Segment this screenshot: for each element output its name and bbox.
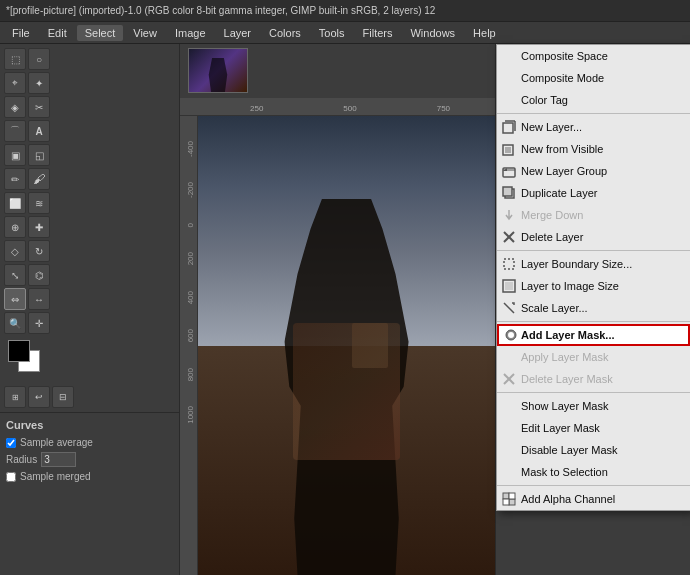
scale-layer-icon xyxy=(501,300,517,316)
curves-title: Curves xyxy=(6,419,173,431)
ctx-new-layer-group-label: New Layer Group xyxy=(521,165,607,177)
ctx-disable-layer-mask-label: Disable Layer Mask xyxy=(521,444,618,456)
ctx-composite-space[interactable]: Composite Space xyxy=(497,45,690,67)
duplicate-layer-icon xyxy=(501,185,517,201)
svg-rect-0 xyxy=(503,123,513,133)
foreground-color-swatch[interactable] xyxy=(8,340,30,362)
ctx-add-layer-mask-label: Add Layer Mask... xyxy=(521,329,615,341)
tool-free-select[interactable]: ⌖ xyxy=(4,72,26,94)
ctx-duplicate-layer-label: Duplicate Layer xyxy=(521,187,597,199)
menu-view[interactable]: View xyxy=(125,25,165,41)
ctx-delete-layer-mask[interactable]: Delete Layer Mask xyxy=(497,368,690,390)
radius-row: Radius xyxy=(6,452,173,467)
tool-flip[interactable]: ⇔ xyxy=(4,288,26,310)
svg-rect-5 xyxy=(503,168,515,177)
ctx-disable-layer-mask[interactable]: Disable Layer Mask xyxy=(497,439,690,461)
tool-navigate[interactable]: ⊞ xyxy=(4,386,26,408)
menu-filters[interactable]: Filters xyxy=(355,25,401,41)
tool-airbrush[interactable]: ≋ xyxy=(28,192,50,214)
ctx-apply-layer-mask-label: Apply Layer Mask xyxy=(521,351,608,363)
tool-eraser[interactable]: ⬜ xyxy=(4,192,26,214)
sample-merged-row: Sample merged xyxy=(6,471,173,482)
svg-rect-10 xyxy=(504,259,514,269)
tool-ellipse-select[interactable]: ○ xyxy=(28,48,50,70)
title-text: *[profile-picture] (imported)-1.0 (RGB c… xyxy=(6,5,435,16)
sample-merged-checkbox[interactable] xyxy=(6,472,16,482)
ctx-scale-layer[interactable]: Scale Layer... xyxy=(497,297,690,319)
tool-rotate[interactable]: ↻ xyxy=(28,240,50,262)
tool-pencil[interactable]: ✏ xyxy=(4,168,26,190)
ctx-composite-mode-label: Composite Mode xyxy=(521,72,604,84)
ctx-merge-down[interactable]: Merge Down xyxy=(497,204,690,226)
merge-down-icon xyxy=(501,207,517,223)
tool-paintbrush[interactable]: 🖌 xyxy=(28,168,50,190)
tool-undo[interactable]: ↩ xyxy=(28,386,50,408)
delete-layer-icon xyxy=(501,229,517,245)
radius-input[interactable] xyxy=(41,452,76,467)
menu-image[interactable]: Image xyxy=(167,25,214,41)
canvas-thumbnail xyxy=(188,48,248,93)
new-layer-group-icon xyxy=(501,163,517,179)
ctx-new-from-visible-label: New from Visible xyxy=(521,143,603,155)
tool-scissors[interactable]: ✂ xyxy=(28,96,50,118)
tool-bucket-fill[interactable]: ▣ xyxy=(4,144,26,166)
curves-panel: Curves Sample average Radius Sample merg… xyxy=(0,412,179,575)
ctx-new-layer-group[interactable]: New Layer Group xyxy=(497,160,690,182)
svg-rect-7 xyxy=(503,187,512,196)
menu-tools[interactable]: Tools xyxy=(311,25,353,41)
tool-blend[interactable]: ◱ xyxy=(28,144,50,166)
sample-average-label: Sample average xyxy=(20,437,93,448)
title-bar: *[profile-picture] (imported)-1.0 (RGB c… xyxy=(0,0,690,22)
ctx-mask-to-selection[interactable]: Mask to Selection xyxy=(497,461,690,483)
ctx-delete-layer[interactable]: Delete Layer xyxy=(497,226,690,248)
svg-rect-17 xyxy=(503,493,509,499)
tool-shear[interactable]: ⌬ xyxy=(28,264,50,286)
ctx-add-layer-mask[interactable]: Add Layer Mask... xyxy=(497,324,690,346)
layer-boundary-icon xyxy=(501,256,517,272)
tool-move[interactable]: ✛ xyxy=(28,312,50,334)
tool-color-select[interactable]: ◈ xyxy=(4,96,26,118)
ctx-scale-layer-label: Scale Layer... xyxy=(521,302,588,314)
menu-colors[interactable]: Colors xyxy=(261,25,309,41)
ctx-apply-layer-mask[interactable]: Apply Layer Mask xyxy=(497,346,690,368)
tool-scale[interactable]: ⤡ xyxy=(4,264,26,286)
tool-clone[interactable]: ⊕ xyxy=(4,216,26,238)
radius-label: Radius xyxy=(6,454,37,465)
menu-file[interactable]: File xyxy=(4,25,38,41)
sample-average-checkbox[interactable] xyxy=(6,438,16,448)
ruler-horizontal: 250 500 750 xyxy=(180,98,495,116)
sample-merged-label: Sample merged xyxy=(20,471,91,482)
tool-paths[interactable]: ⌒ xyxy=(4,120,26,142)
ctx-composite-space-label: Composite Space xyxy=(521,50,608,62)
ctx-color-tag[interactable]: Color Tag xyxy=(497,89,690,111)
tool-fuzzy-select[interactable]: ✦ xyxy=(28,72,50,94)
ctx-delete-layer-label: Delete Layer xyxy=(521,231,583,243)
ctx-new-layer[interactable]: New Layer... xyxy=(497,116,690,138)
ctx-composite-mode[interactable]: Composite Mode xyxy=(497,67,690,89)
canvas-image xyxy=(198,116,495,575)
menu-edit[interactable]: Edit xyxy=(40,25,75,41)
menu-windows[interactable]: Windows xyxy=(402,25,463,41)
menu-select[interactable]: Select xyxy=(77,25,124,41)
tool-heal[interactable]: ✚ xyxy=(28,216,50,238)
ctx-show-layer-mask[interactable]: Show Layer Mask xyxy=(497,395,690,417)
tool-perspective[interactable]: ◇ xyxy=(4,240,26,262)
ctx-duplicate-layer[interactable]: Duplicate Layer xyxy=(497,182,690,204)
tool-rectangle-select[interactable]: ⬚ xyxy=(4,48,26,70)
ctx-layer-boundary-size[interactable]: Layer Boundary Size... xyxy=(497,253,690,275)
ctx-add-alpha-channel[interactable]: Add Alpha Channel xyxy=(497,488,690,510)
menu-help[interactable]: Help xyxy=(465,25,504,41)
ctx-new-from-visible[interactable]: New from Visible xyxy=(497,138,690,160)
ctx-layer-to-image-size[interactable]: Layer to Image Size xyxy=(497,275,690,297)
menu-layer[interactable]: Layer xyxy=(216,25,260,41)
ctx-mask-to-selection-label: Mask to Selection xyxy=(521,466,608,478)
tool-redo[interactable]: ⊟ xyxy=(52,386,74,408)
right-panel: Composite Space Composite Mode Color Tag… xyxy=(495,44,690,575)
tool-text[interactable]: A xyxy=(28,120,50,142)
ctx-edit-layer-mask[interactable]: Edit Layer Mask xyxy=(497,417,690,439)
tools-area: ⬚ ○ ⌖ ✦ ◈ ✂ ⌒ A ▣ ◱ ✏ 🖌 ⬜ ≋ ⊕ ✚ ◇ ↻ ⤡ ⌬ xyxy=(0,44,179,412)
tool-zoom[interactable]: 🔍 xyxy=(4,312,26,334)
ctx-color-tag-label: Color Tag xyxy=(521,94,568,106)
tool-measure[interactable]: ↔ xyxy=(28,288,50,310)
main-canvas[interactable] xyxy=(198,116,495,575)
